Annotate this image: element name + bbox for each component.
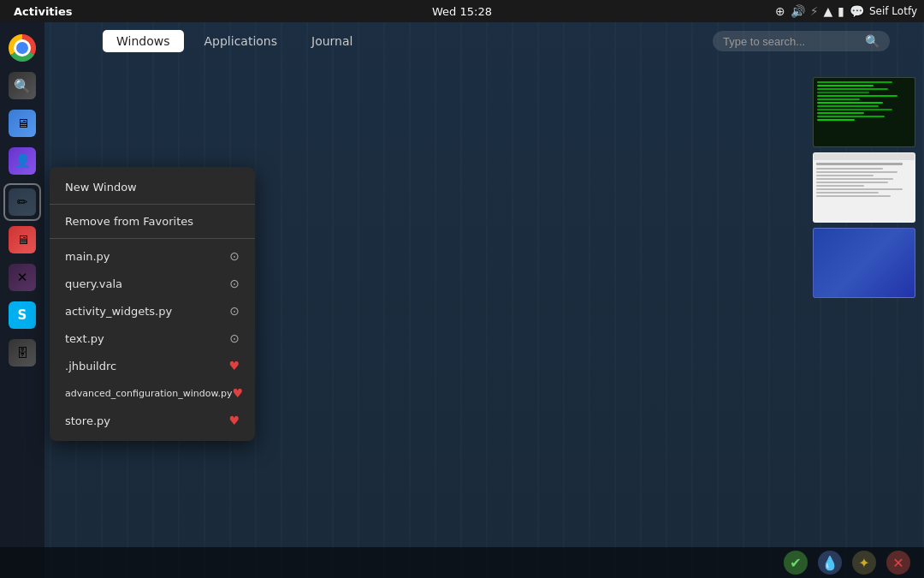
menu-item-query-vala-label: query.vala [65,277,122,290]
dock-item-skype[interactable]: S [5,298,39,332]
menu-item-new-window[interactable]: New Window [50,174,255,200]
menu-item-activity-widgets[interactable]: activity_widgets.py ⊙ [50,297,255,325]
bottombar: ✔ 💧 ✦ ✕ [0,547,924,578]
dock-item-app4[interactable]: 👤 [5,144,39,178]
bottombar-icon-drop[interactable]: 💧 [818,551,842,575]
menu-item-query-vala-icon: ⊙ [229,277,240,290]
topbar-clock: Wed 15:28 [432,5,492,18]
dock-item-app6[interactable]: 🖥 [5,223,39,257]
gedit-icon: ✏ [9,188,36,216]
activities-button[interactable]: Activities [7,5,80,18]
check-icon: ✔ [790,555,801,571]
tab-applications[interactable]: Applications [191,30,292,52]
previews-panel [813,77,915,298]
menu-item-jhbuildrc-label: .jhbuildrc [65,360,116,372]
search-input[interactable] [723,35,860,48]
terminal-lines [814,78,915,126]
app4-icon: 👤 [9,147,36,175]
app6-icon: 🖥 [9,226,36,253]
user-label[interactable]: Seif Lotfy [869,5,917,17]
menu-item-query-vala[interactable]: query.vala ⊙ [50,270,255,297]
context-menu: New Window Remove from Favorites main.py… [50,167,255,441]
bluetooth2-icon[interactable]: ⚡ [810,4,819,18]
menu-item-new-window-label: New Window [65,181,137,194]
imageviewer-icon: 🔍 [9,72,36,99]
menu-item-jhbuildrc-icon: ♥ [228,359,240,372]
chat-icon[interactable]: 💬 [850,4,864,18]
menu-item-advanced-config-label: advanced_configuration_window.py [65,388,232,399]
menu-item-remove-favorites-label: Remove from Favorites [65,215,193,228]
dock-item-imageviewer[interactable]: 🔍 [5,69,39,103]
search-box[interactable]: 🔍 [713,31,890,51]
sidebar-dock: 🔍 🖥 👤 ✏ gedit 🖥 ✕ S 🗄 [0,22,44,578]
search-icon: 🔍 [865,34,880,48]
user-name: Seif Lotfy [869,5,917,17]
app9-icon: 🗄 [9,339,36,366]
wifi-icon[interactable]: ▲ [823,4,832,18]
dock-item-app9[interactable]: 🗄 [5,336,39,370]
menu-divider-1 [50,204,255,205]
menu-item-text-py[interactable]: text.py ⊙ [50,325,255,352]
skype-icon: S [9,301,36,329]
dock-item-gedit[interactable]: ✏ gedit [5,185,39,219]
menu-item-store-py[interactable]: store.py ♥ [50,407,255,434]
bottombar-icon-x[interactable]: ✕ [886,551,910,575]
volume-icon[interactable]: 🔊 [791,4,805,18]
browser-content [814,160,915,201]
menu-item-activity-widgets-icon: ⊙ [229,304,240,318]
menu-item-jhbuildrc[interactable]: .jhbuildrc ♥ [50,352,255,379]
battery-icon[interactable]: ▮ [838,4,844,18]
tab-windows[interactable]: Windows [103,30,184,52]
topbar-right: ⊕ 🔊 ⚡ ▲ ▮ 💬 Seif Lotfy [775,4,917,18]
menu-item-remove-favorites[interactable]: Remove from Favorites [50,208,255,235]
bluetooth-icon: ⊕ [775,4,785,18]
menu-item-main-py-icon: ⊙ [229,249,240,263]
bottombar-icon-star[interactable]: ✦ [852,551,876,575]
bottombar-icon-check[interactable]: ✔ [784,551,808,575]
navbar: Windows Applications Journal 🔍 [0,22,924,60]
app7-icon: ✕ [9,264,36,291]
menu-item-activity-widgets-label: activity_widgets.py [65,305,172,318]
topbar: Activities Wed 15:28 ⊕ 🔊 ⚡ ▲ ▮ 💬 Seif Lo… [0,0,924,22]
desktop-preview[interactable] [813,228,915,298]
menu-item-store-py-icon: ♥ [228,414,240,427]
menu-item-advanced-config-icon: ♥ [232,386,243,400]
drop-icon: 💧 [821,555,838,571]
menu-item-main-py[interactable]: main.py ⊙ [50,242,255,270]
dock-item-app7[interactable]: ✕ [5,260,39,295]
browser-preview[interactable] [813,152,915,223]
menu-item-store-py-label: store.py [65,414,110,427]
menu-item-advanced-config[interactable]: advanced_configuration_window.py ♥ [50,379,255,407]
x-icon: ✕ [892,555,903,571]
menu-divider-2 [50,238,255,239]
menu-item-main-py-label: main.py [65,250,110,263]
terminal-preview[interactable] [813,77,915,147]
app3-icon: 🖥 [9,110,36,137]
menu-item-text-py-icon: ⊙ [229,331,240,345]
dock-item-app3[interactable]: 🖥 [5,106,39,140]
star-icon: ✦ [858,555,869,571]
tab-journal[interactable]: Journal [298,30,366,52]
browser-bar [814,153,915,160]
menu-item-text-py-label: text.py [65,332,104,345]
